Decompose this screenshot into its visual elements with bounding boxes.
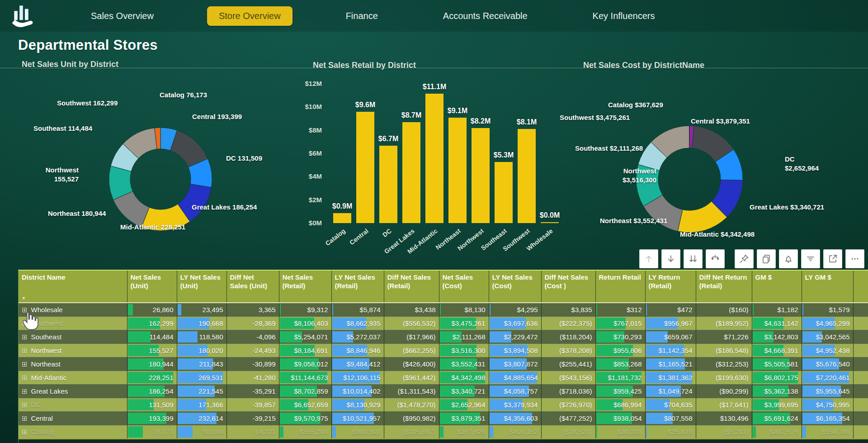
cell: $4,356,603 [489, 412, 541, 425]
cell: ($199,630) [696, 371, 752, 385]
bar-central[interactable] [356, 112, 374, 223]
column-header-return-retail[interactable]: Return Retail [595, 271, 645, 303]
column-header-district-name[interactable]: District Name▼ [19, 271, 127, 303]
table-row-great-lakes[interactable]: ⊞Great Lakes186,254221,545-35,291$8,702,… [19, 385, 868, 398]
y-axis-tick: $10M [293, 103, 322, 110]
bar-northwest[interactable] [472, 128, 490, 223]
arrow-down-button[interactable] [661, 249, 680, 268]
district-name: Central [31, 414, 53, 422]
cell-value: $130,496 [720, 414, 749, 422]
data-bar-blue [802, 304, 803, 315]
table-row-dc[interactable]: ⊞DC131,509171,366-39,857$6,652,659$8,130… [19, 398, 868, 412]
copy-button[interactable] [757, 249, 776, 268]
table-row-central[interactable]: ⊞Central193,399232,614-39,215$9,570,975$… [19, 412, 868, 425]
cell: $4,295 [489, 303, 541, 317]
cell: $8,846,946 [331, 344, 384, 357]
top-nav-bar: Sales OverviewStore OverviewFinanceAccou… [0, 0, 868, 32]
tab-store-overview[interactable]: Store Overview [207, 6, 292, 26]
column-header-gm-[interactable]: GM $ [752, 271, 802, 303]
filter-button[interactable] [801, 249, 820, 268]
cell-value: 232,614 [198, 414, 223, 422]
column-header-ly-net-sales-cost-[interactable]: LY Net Sales(Cost) [489, 271, 541, 303]
expand-row-icon[interactable]: ⊞ [22, 374, 28, 382]
bar-northeast[interactable] [448, 118, 467, 223]
cell-value: 114,484 [149, 333, 173, 341]
tab-key-influencers[interactable]: Key Influencers [581, 6, 667, 26]
district-name: Mid-Atlantic [31, 374, 66, 381]
cell-value: $5,955,645 [816, 387, 849, 395]
cell: -28,369 [226, 317, 279, 330]
tab-finance[interactable]: Finance [334, 6, 390, 26]
expand-row-icon[interactable]: ⊞ [22, 360, 28, 368]
cell-value: ($118,204) [560, 333, 592, 341]
column-header-ly-return-retail-[interactable]: LY Return(Retail) [645, 271, 696, 303]
cell: -39,215 [226, 412, 279, 425]
column-header-net-sales-unit-[interactable]: Net Sales(Unit) [127, 271, 177, 303]
column-header-net-sales-retail-[interactable]: Net Sales(Retail) [279, 271, 331, 303]
district-name: Southwest [31, 319, 63, 327]
cell-value: ($1,478,270) [397, 401, 435, 409]
cell-value: $6,802,175 [764, 374, 798, 381]
table-row-southwest[interactable]: ⊞Southwest162,299190,668-28,369$8,106,40… [19, 317, 868, 330]
expand-row-icon[interactable]: ⊞ [22, 347, 28, 355]
expand-row-icon[interactable]: ⊞ [22, 387, 28, 395]
column-header-ly-net-sales-retail-[interactable]: LY Net Sales(Retail) [331, 271, 384, 303]
bar-dc[interactable] [379, 146, 397, 223]
expand-row-icon[interactable]: ⊞ [22, 428, 28, 436]
more-options-button[interactable] [845, 249, 864, 268]
table-row-catalog[interactable]: ⊞Catalog76,17390,394-14,221$855,204$960,… [19, 425, 868, 439]
cell-value: $406,152 [509, 428, 538, 436]
cell-value: $1,165,521 [658, 360, 692, 368]
sort-descending-icon: ▼ [22, 296, 26, 301]
total-cell: $67,538,859 [279, 439, 331, 443]
header-sublabel: (Unit) [131, 282, 174, 291]
cell-value: -39,215 [253, 414, 276, 422]
cell-value: $7,220,461 [816, 374, 849, 381]
column-header-diff-net-return-retail-[interactable]: Diff Net Return(Retail) [696, 271, 752, 303]
tab-accounts-receivable[interactable]: Accounts Receivable [431, 6, 539, 26]
data-bar-green [753, 304, 754, 315]
chart-net-sales-cost-by-districtname: Net Sales Cost by DistrictName Catalog $… [574, 58, 868, 250]
expand-row-icon[interactable]: ⊞ [22, 306, 28, 314]
table-row-northwest[interactable]: ⊞Northwest155,527180,020-24,493$8,184,69… [19, 344, 868, 357]
column-header-diff-net-sales-retail-[interactable]: Diff Net Sales(Retail) [384, 271, 439, 303]
expand-row-icon[interactable]: ⊞ [22, 333, 28, 341]
column-header-diff-netsales-unit-[interactable]: Diff NetSales (Unit) [226, 271, 279, 303]
cell: $8,662,935 [331, 317, 384, 330]
cell-value: $853,268 [613, 360, 642, 368]
bar-southeast[interactable] [495, 162, 513, 223]
bar-catalog[interactable] [333, 213, 351, 223]
column-header-net-sales-cost-[interactable]: Net Sales(Cost) [439, 271, 489, 303]
table-row-southeast[interactable]: ⊞Southeast114,484118,580-4,096$5,254,071… [19, 330, 868, 344]
table-row-mid-atlantic[interactable]: ⊞Mid-Atlantic228,251269,531-41,280$11,14… [19, 371, 868, 385]
table-row-northeast[interactable]: ⊞Northeast180,944211,843-30,899$9,058,01… [19, 357, 868, 371]
cell-value: $5,874 [360, 306, 381, 314]
arrow-up-button[interactable] [639, 249, 658, 268]
header-sublabel: (Retail) [283, 282, 329, 291]
data-bar-green [753, 426, 756, 438]
column-header-ly-net-sales-unit-[interactable]: LY Net Sales(Unit) [177, 271, 226, 303]
expand-row-icon[interactable]: ⊞ [22, 401, 28, 409]
expand-row-icon[interactable]: ⊞ [22, 319, 28, 328]
alert-button[interactable] [779, 249, 798, 268]
pin-icon [739, 253, 750, 264]
data-bar-blue [332, 304, 333, 315]
bar-southwest[interactable] [518, 129, 536, 223]
focus-mode-button[interactable] [823, 249, 842, 268]
cell: $10,521,957 [331, 412, 384, 425]
column-header-diff-net-sales-cost-[interactable]: Diff Net Sales(Cost ) [541, 271, 595, 303]
expand-next-level-button[interactable] [706, 249, 725, 268]
spare-cell [853, 344, 868, 357]
column-header-spare [853, 271, 868, 303]
tab-sales-overview[interactable]: Sales Overview [79, 6, 165, 26]
bar-wholesale[interactable] [541, 222, 559, 224]
column-header-ly-gm-[interactable]: LY GM $ [802, 271, 853, 303]
district-name: Catalog [31, 428, 55, 436]
bar-great-lakes[interactable] [402, 122, 420, 223]
cell-value: ($105,697) [403, 428, 436, 436]
pin-button[interactable] [735, 249, 754, 268]
expand-row-icon[interactable]: ⊞ [22, 414, 28, 423]
table-row-wholesale[interactable]: ⊞Wholesale26,86023,4953,365$9,312$5,874$… [19, 303, 868, 317]
double-arrow-down-button[interactable] [684, 249, 703, 268]
data-bar-blue [178, 304, 182, 315]
